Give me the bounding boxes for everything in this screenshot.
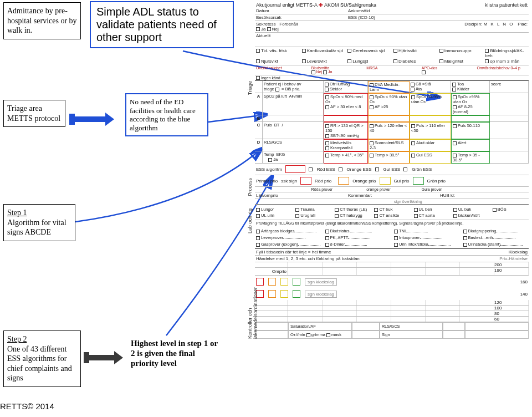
history-checks: Tid. väs. frisk Kardiovaskulär sjd Cereb… (255, 47, 529, 65)
bottom-table: Saturation/AFRLS/GCS O₂ l/min grimma mas… (255, 322, 529, 339)
form-brand: AKOM SU/Sahlgrenska (324, 2, 376, 8)
row-datum: Datum Ankomsttid (255, 8, 529, 14)
akutjournal-form: Akutjournal enligt METTS-A ✚ AKOM SU/Sah… (255, 2, 529, 413)
row-besok: Besöksorsak ESS (ICD-10) (255, 14, 529, 21)
lab-section: Lab och rtg Lungor Trauma CT thorax (LE)… (255, 205, 529, 248)
process-section: Process Primär prio ssk sign Röd prio Or… (255, 175, 529, 205)
row-sekretess: Sekretess Förbehåll Ja Nej Disciplin: M … (255, 21, 529, 33)
timeline-section: Kontroller och läkemedelsordinationer Fy… (255, 248, 529, 339)
form-header: Akutjournal enligt METTS-A ✚ AKOM SU/Sah… (255, 2, 529, 8)
form-title: Akutjournal enligt METTS-A (256, 2, 318, 8)
triage-section: Triage Patient ej i behov av triage = Bl… (255, 80, 529, 164)
ess-row: ESS algoritm Röd ESS Orange ESS Gul ESS … (255, 164, 529, 175)
row-aktuellt: Aktuellt (255, 33, 529, 47)
row-allergy: Överkänslighet BlodsmittaNej Ja MRSA APO… (255, 65, 529, 75)
patient-label-slot: klistra patientetikett (485, 2, 528, 8)
